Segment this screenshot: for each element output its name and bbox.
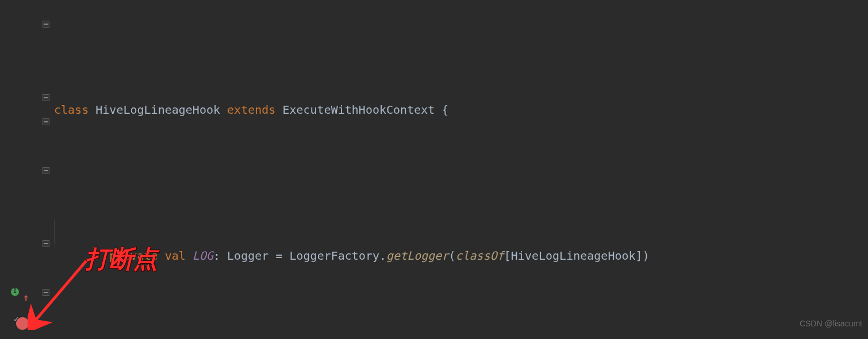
brace: { <box>441 103 448 117</box>
keyword: extends <box>227 103 275 117</box>
breakpoint-icon[interactable]: ✓ <box>16 317 29 330</box>
code-area[interactable]: class HiveLogLineageHook extends Execute… <box>32 0 868 339</box>
code-line[interactable]: private val LOG: Logger = LoggerFactory.… <box>54 219 868 244</box>
bracket: [ <box>504 249 511 263</box>
bracket: ] <box>636 249 643 263</box>
keyword: private <box>109 249 158 263</box>
dot: . <box>379 249 386 263</box>
keyword: classOf <box>455 249 504 263</box>
class-name: HiveLogLineageHook <box>95 103 220 117</box>
field-name: LOG <box>193 249 213 263</box>
keyword: val <box>165 249 186 263</box>
colon: : <box>213 249 220 263</box>
parent-class: ExecuteWithHookContext <box>282 103 435 117</box>
code-editor[interactable]: ↑ ✓ class HiveLogLineageHook extends Exe… <box>0 0 868 339</box>
code-line[interactable]: class HiveLogLineageHook extends Execute… <box>54 98 868 122</box>
override-gutter-icon[interactable] <box>10 287 20 296</box>
paren: ) <box>643 249 650 263</box>
watermark: CSDN @lisacumt <box>800 311 862 336</box>
gutter: ↑ ✓ <box>0 0 32 339</box>
type-arg: HiveLogLineageHook <box>511 249 636 263</box>
keyword: class <box>54 103 89 117</box>
method: getLogger <box>386 249 448 263</box>
eq: = <box>275 249 282 263</box>
identifier: LoggerFactory <box>289 249 379 263</box>
override-up-arrow-icon[interactable]: ↑ <box>23 286 29 310</box>
paren: ( <box>448 249 455 263</box>
breakpoint-check-icon: ✓ <box>14 307 18 331</box>
type: Logger <box>227 249 268 263</box>
